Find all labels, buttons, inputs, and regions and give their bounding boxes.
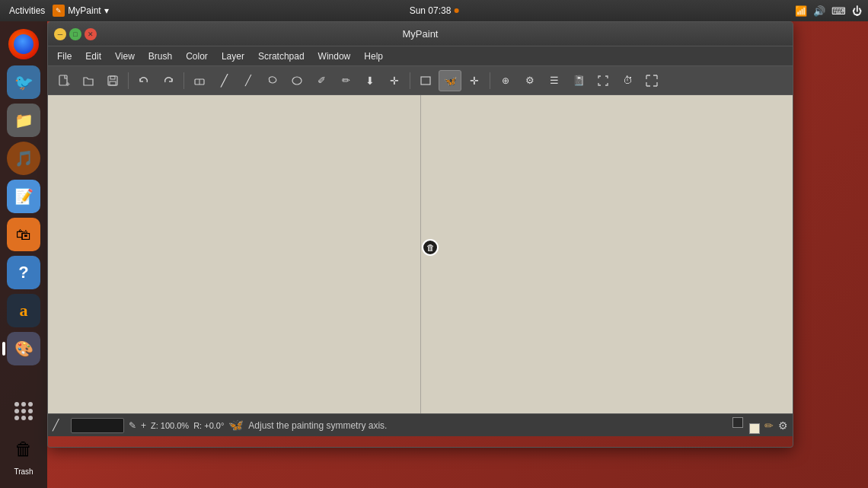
- undo-button[interactable]: [132, 70, 155, 91]
- wifi-icon[interactable]: 📶: [795, 5, 807, 17]
- recording-dot: [454, 8, 458, 13]
- grid-dots-button[interactable]: [7, 394, 40, 428]
- pencil-icon: ✏: [764, 419, 774, 432]
- status-rotation: R: +0.0°: [193, 421, 224, 430]
- pick-color-button[interactable]: +: [141, 420, 146, 431]
- foreground-color: [732, 417, 743, 428]
- dock-icon-help[interactable]: ?: [7, 256, 40, 289]
- trash-label: Trash: [14, 467, 33, 476]
- separator-3: [410, 72, 410, 89]
- close-button[interactable]: ✕: [85, 28, 97, 40]
- separator-2: [183, 72, 184, 89]
- top-bar-clock[interactable]: Sun 07:38: [410, 5, 459, 16]
- redo-button[interactable]: [157, 70, 180, 91]
- menu-brush[interactable]: Brush: [142, 49, 178, 64]
- main-area: ─ □ ✕ MyPaint File Edit View Brush Color…: [47, 21, 868, 488]
- title-bar: ─ □ ✕ MyPaint: [48, 22, 793, 46]
- sound-icon[interactable]: 🔊: [813, 5, 825, 17]
- dock-icon-music[interactable]: 🎵: [7, 142, 40, 175]
- desktop: 🐦 📁 🎵 📝 🛍 ? a 🎨 🗑 Trash: [0, 21, 868, 488]
- status-right: ✏ ⚙: [732, 417, 788, 434]
- flood-fill-button[interactable]: ⬇: [359, 70, 381, 91]
- top-bar-right: 📶 🔊 ⌨ ⏻: [795, 5, 862, 17]
- minimize-button[interactable]: ─: [54, 28, 66, 40]
- app-indicator-arrow: ▾: [104, 5, 109, 16]
- move-button[interactable]: ✛: [383, 70, 406, 91]
- separator-1: [128, 72, 129, 89]
- clock-time: Sun 07:38: [410, 5, 452, 16]
- view-fit-button[interactable]: [592, 70, 614, 91]
- separator-4: [490, 72, 490, 89]
- window-title: MyPaint: [403, 28, 439, 40]
- status-symmetry-icon: 🦋: [228, 418, 244, 432]
- app-indicator-icon: ✎: [53, 5, 65, 17]
- menu-layer[interactable]: Layer: [215, 49, 251, 64]
- dock-icon-thunderbird[interactable]: 🐦: [7, 65, 40, 99]
- extra-tool-2[interactable]: ⚙: [519, 70, 541, 91]
- color-chips[interactable]: [732, 417, 760, 434]
- center-line: [420, 95, 421, 413]
- edit-color-button[interactable]: ✎: [129, 420, 136, 431]
- menu-help[interactable]: Help: [358, 49, 389, 64]
- svg-rect-3: [110, 81, 116, 85]
- toolbar: ╱ ╱ ✐ ✏: [48, 66, 793, 95]
- menu-file[interactable]: File: [51, 49, 78, 64]
- eraser-button[interactable]: [188, 70, 211, 91]
- dock-icon-files[interactable]: 📁: [7, 104, 40, 137]
- expand-button[interactable]: [640, 70, 663, 91]
- app-indicator-name: MyPaint: [68, 5, 101, 16]
- grid-dots-icon: [14, 402, 33, 420]
- mypaint-window: ─ □ ✕ MyPaint File Edit View Brush Color…: [47, 21, 793, 448]
- color-swatch[interactable]: [71, 418, 124, 433]
- status-bar: ╱ ✎ + Z: 100.0% R: +0.0° 🦋 Adjust the pa…: [48, 413, 793, 436]
- extra-tool-4[interactable]: 📓: [567, 70, 590, 91]
- svg-rect-7: [421, 77, 430, 85]
- menu-edit[interactable]: Edit: [79, 49, 107, 64]
- ellipse-button[interactable]: [286, 70, 308, 91]
- title-bar-buttons: ─ □ ✕: [54, 28, 97, 40]
- dock-icon-writer[interactable]: 📝: [7, 180, 40, 213]
- maximize-button[interactable]: □: [69, 28, 81, 40]
- bezier-button[interactable]: ✐: [310, 70, 333, 91]
- trash-icon: 🗑: [7, 432, 40, 466]
- canvas-area[interactable]: 🗑: [48, 95, 793, 413]
- menu-scratchpad[interactable]: Scratchpad: [252, 49, 311, 64]
- lasso-button[interactable]: [261, 70, 284, 91]
- save-file-button[interactable]: [101, 70, 124, 91]
- brush-button[interactable]: ╱: [212, 70, 235, 91]
- top-bar: Activities ✎ MyPaint ▾ Sun 07:38 📶 🔊 ⌨ ⏻: [0, 0, 868, 21]
- background-color: [749, 423, 760, 434]
- trash-icon-container[interactable]: 🗑 Trash: [7, 432, 40, 482]
- status-brush-icon: ╱: [53, 419, 66, 432]
- dock-icon-appstore[interactable]: 🛍: [7, 218, 40, 251]
- frame-button[interactable]: [414, 70, 437, 91]
- color-pick-button[interactable]: ✏: [334, 70, 357, 91]
- dock-icon-amazon[interactable]: a: [7, 294, 40, 327]
- extra-tool-3[interactable]: ☰: [543, 70, 566, 91]
- canvas-cursor: 🗑: [422, 239, 439, 256]
- status-message: Adjust the painting symmetry axis.: [248, 420, 728, 431]
- extra-tool-1[interactable]: ⊕: [494, 70, 517, 91]
- svg-point-6: [292, 77, 302, 85]
- settings-button[interactable]: ⚙: [778, 419, 788, 432]
- dock-icon-mypaint[interactable]: 🎨: [7, 332, 40, 365]
- edit-symmetry-button[interactable]: ✛: [463, 70, 486, 91]
- power-icon[interactable]: ⏻: [852, 5, 862, 17]
- app-indicator[interactable]: ✎ MyPaint ▾: [53, 5, 108, 17]
- new-file-button[interactable]: [53, 70, 75, 91]
- menu-color[interactable]: Color: [180, 49, 214, 64]
- menu-bar: File Edit View Brush Color Layer Scratch…: [48, 46, 793, 66]
- clock-button[interactable]: ⏱: [616, 70, 639, 91]
- open-file-button[interactable]: [77, 70, 100, 91]
- keyboard-icon[interactable]: ⌨: [831, 5, 846, 17]
- status-zoom: Z: 100.0%: [151, 421, 189, 430]
- dock-icon-firefox[interactable]: [7, 27, 40, 61]
- line-button[interactable]: ╱: [237, 70, 260, 91]
- activities-button[interactable]: Activities: [6, 4, 48, 18]
- menu-window[interactable]: Window: [312, 49, 357, 64]
- dock: 🐦 📁 🎵 📝 🛍 ? a 🎨 🗑 Trash: [0, 21, 47, 488]
- menu-view[interactable]: View: [109, 49, 141, 64]
- symmetry-button[interactable]: 🦋: [439, 70, 461, 91]
